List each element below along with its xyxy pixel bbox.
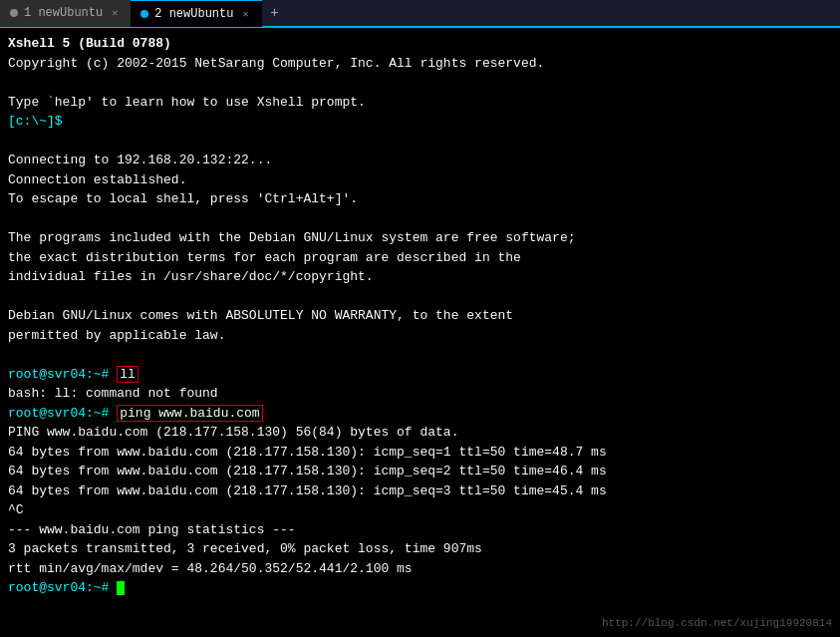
tab-2[interactable]: 2 newUbuntu ✕: [131, 0, 261, 27]
terminal[interactable]: Xshell 5 (Build 0788) Copyright (c) 2002…: [0, 28, 840, 637]
line-ctrl-c: ^C: [8, 500, 832, 520]
line-blank-1: [8, 73, 832, 93]
line-blank-4: [8, 287, 832, 307]
line-help: Type `help' to learn how to use Xshell p…: [8, 93, 832, 113]
line-copyright: Copyright (c) 2002-2015 NetSarang Comput…: [8, 54, 832, 74]
line-local-prompt: [c:\~]$: [8, 112, 832, 132]
new-tab-button[interactable]: +: [264, 2, 286, 24]
line-ping-cmd: root@svr04:~# ping www.baidu.com: [8, 404, 832, 424]
line-blank-2: [8, 132, 832, 152]
line-escape: To escape to local shell, press 'Ctrl+Al…: [8, 189, 832, 209]
tab-2-close[interactable]: ✕: [239, 7, 251, 21]
tab-1[interactable]: 1 newUbuntu ✕: [0, 0, 131, 27]
line-warranty-2: permitted by applicable law.: [8, 326, 832, 346]
line-xshell-title: Xshell 5 (Build 0788): [8, 34, 832, 54]
line-ping-2: 64 bytes from www.baidu.com (218.177.158…: [8, 462, 832, 481]
tab-1-close[interactable]: ✕: [109, 6, 121, 20]
line-ping-stats-1: 3 packets transmitted, 3 received, 0% pa…: [8, 539, 832, 559]
line-ping-1: 64 bytes from www.baidu.com (218.177.158…: [8, 443, 832, 463]
line-debian-3: individual files in /usr/share/doc/*/cop…: [8, 267, 832, 287]
line-blank-5: [8, 345, 832, 365]
tab-1-label: 1 newUbuntu: [24, 6, 103, 20]
tab-2-label: 2 newUbuntu: [154, 7, 233, 21]
cursor: [117, 581, 125, 595]
line-ping-stats-2: rtt min/avg/max/mdev = 48.264/50.352/52.…: [8, 559, 832, 579]
watermark: http://blog.csdn.net/xujing19920814: [602, 617, 832, 629]
line-blank-3: [8, 209, 832, 229]
tab-bar: 1 newUbuntu ✕ 2 newUbuntu ✕ +: [0, 0, 840, 28]
line-connecting: Connecting to 192.168.20.132:22...: [8, 151, 832, 170]
line-final-prompt: root@svr04:~#: [8, 578, 832, 598]
tab-2-dot: [140, 10, 148, 18]
line-ll-cmd: root@svr04:~# ll: [8, 365, 832, 385]
line-ll-error: bash: ll: command not found: [8, 384, 832, 404]
line-debian-1: The programs included with the Debian GN…: [8, 228, 832, 248]
line-warranty-1: Debian GNU/Linux comes with ABSOLUTELY N…: [8, 306, 832, 326]
line-ping-3: 64 bytes from www.baidu.com (218.177.158…: [8, 481, 832, 501]
line-connected: Connection established.: [8, 170, 832, 190]
tab-1-dot: [10, 9, 18, 17]
line-ping-info: PING www.baidu.com (218.177.158.130) 56(…: [8, 423, 832, 443]
line-debian-2: the exact distribution terms for each pr…: [8, 248, 832, 268]
line-ping-stats-header: --- www.baidu.com ping statistics ---: [8, 520, 832, 540]
